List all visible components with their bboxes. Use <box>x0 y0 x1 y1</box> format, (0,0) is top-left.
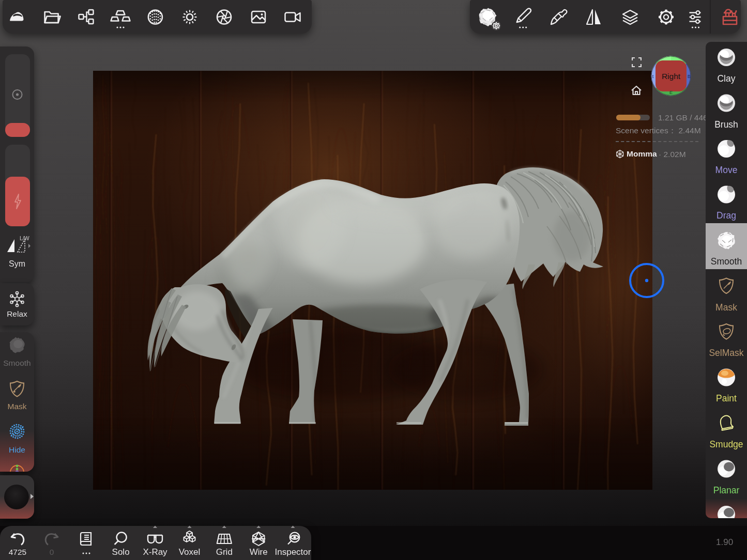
svg-text:Grid: Grid <box>216 547 233 557</box>
svg-text:Inspector: Inspector <box>275 547 311 557</box>
svg-text:Wire: Wire <box>250 547 268 557</box>
svg-text:B: B <box>688 74 691 79</box>
svg-text:Voxel: Voxel <box>179 547 201 557</box>
svg-text:4725: 4725 <box>9 548 26 556</box>
svg-text:Solo: Solo <box>112 547 130 557</box>
svg-text:E: E <box>669 90 673 95</box>
svg-text:Right: Right <box>662 72 681 81</box>
svg-text:X-Ray: X-Ray <box>143 547 167 557</box>
svg-text:0: 0 <box>50 548 54 556</box>
